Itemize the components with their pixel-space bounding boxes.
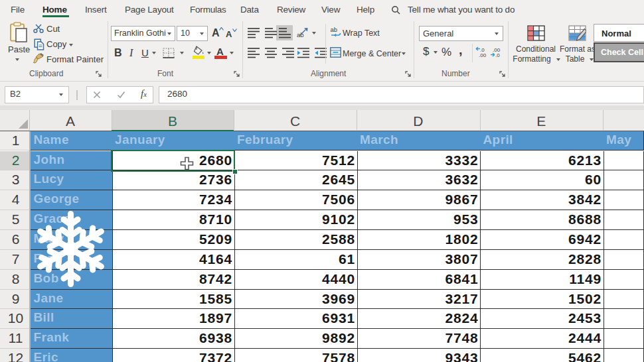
svg-text:.0: .0: [495, 52, 500, 58]
svg-text:.00: .00: [479, 52, 487, 58]
svg-text:ab: ab: [331, 26, 338, 33]
